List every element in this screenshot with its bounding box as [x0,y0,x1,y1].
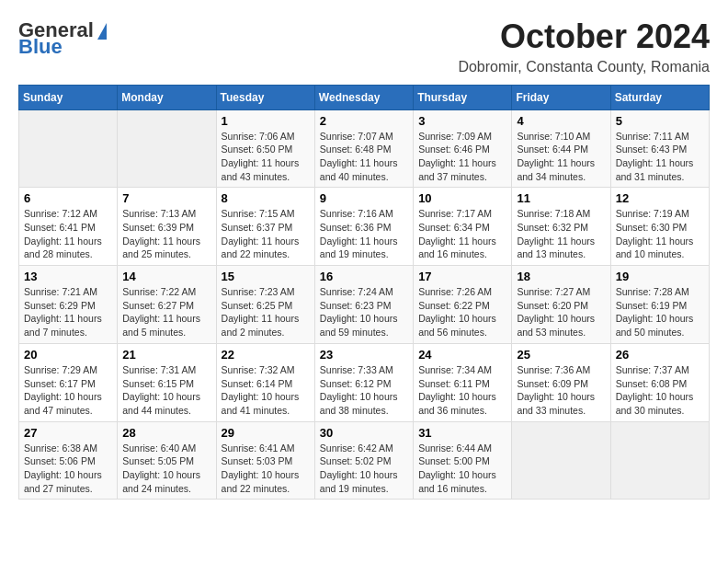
sunrise-label: Sunrise: 7:09 AM [418,131,492,142]
sunset-label: Sunset: 5:05 PM [122,455,194,466]
daylight-label: Daylight: 11 hours and 34 minutes. [517,157,595,182]
sunrise-label: Sunrise: 7:11 AM [616,131,689,142]
day-info: Sunrise: 7:29 AM Sunset: 6:17 PM Dayligh… [24,363,112,418]
daylight-label: Daylight: 11 hours and 16 minutes. [418,236,496,260]
daylight-label: Daylight: 10 hours and 24 minutes. [122,469,200,494]
sunrise-label: Sunrise: 7:33 AM [320,364,393,375]
sunset-label: Sunset: 6:44 PM [517,144,588,155]
day-number: 3 [418,114,506,128]
calendar-cell: 19 Sunrise: 7:28 AM Sunset: 6:19 PM Dayl… [610,266,709,344]
calendar-cell: 13 Sunrise: 7:21 AM Sunset: 6:29 PM Dayl… [19,266,118,344]
day-info: Sunrise: 7:34 AM Sunset: 6:11 PM Dayligh… [418,363,506,418]
calendar-cell: 28 Sunrise: 6:40 AM Sunset: 5:05 PM Dayl… [118,421,216,500]
sunrise-label: Sunrise: 7:07 AM [320,131,393,142]
week-row-4: 20 Sunrise: 7:29 AM Sunset: 6:17 PM Dayl… [19,343,710,421]
calendar-cell: 7 Sunrise: 7:13 AM Sunset: 6:39 PM Dayli… [118,188,216,266]
calendar-cell: 23 Sunrise: 7:33 AM Sunset: 6:12 PM Dayl… [314,343,413,421]
day-info: Sunrise: 6:42 AM Sunset: 5:02 PM Dayligh… [320,442,408,496]
daylight-label: Daylight: 10 hours and 59 minutes. [320,313,398,338]
column-header-wednesday: Wednesday [314,85,413,109]
sunset-label: Sunset: 6:37 PM [222,222,293,233]
column-header-tuesday: Tuesday [216,85,314,109]
day-number: 20 [24,348,112,362]
sunrise-label: Sunrise: 6:44 AM [418,442,492,454]
sunset-label: Sunset: 6:23 PM [320,300,392,311]
day-info: Sunrise: 6:38 AM Sunset: 5:06 PM Dayligh… [24,442,112,496]
day-info: Sunrise: 7:23 AM Sunset: 6:25 PM Dayligh… [222,285,310,339]
daylight-label: Daylight: 11 hours and 37 minutes. [418,157,496,182]
sunrise-label: Sunrise: 7:29 AM [24,364,97,375]
sunset-label: Sunset: 6:39 PM [122,222,194,233]
calendar-cell [610,421,709,500]
sunrise-label: Sunrise: 7:23 AM [222,286,295,297]
day-number: 4 [517,114,605,128]
calendar-cell: 26 Sunrise: 7:37 AM Sunset: 6:08 PM Dayl… [610,343,709,421]
sunset-label: Sunset: 6:41 PM [24,222,96,233]
calendar-cell: 14 Sunrise: 7:22 AM Sunset: 6:27 PM Dayl… [118,266,216,344]
sunset-label: Sunset: 6:50 PM [222,144,293,155]
sunset-label: Sunset: 6:17 PM [24,378,96,389]
sunrise-label: Sunrise: 7:17 AM [418,208,492,219]
daylight-label: Daylight: 10 hours and 38 minutes. [320,391,398,416]
logo-blue-text: Blue [18,35,63,59]
week-row-2: 6 Sunrise: 7:12 AM Sunset: 6:41 PM Dayli… [19,188,710,266]
logo: General Blue [18,18,107,59]
sunset-label: Sunset: 6:14 PM [222,378,293,389]
calendar-cell: 5 Sunrise: 7:11 AM Sunset: 6:43 PM Dayli… [610,109,709,188]
day-info: Sunrise: 7:32 AM Sunset: 6:14 PM Dayligh… [222,363,310,418]
daylight-label: Daylight: 10 hours and 50 minutes. [616,313,694,338]
daylight-label: Daylight: 11 hours and 13 minutes. [517,236,595,260]
day-info: Sunrise: 7:06 AM Sunset: 6:50 PM Dayligh… [222,130,310,184]
day-number: 15 [222,270,310,283]
day-number: 27 [24,426,112,440]
column-header-thursday: Thursday [414,85,512,109]
daylight-label: Daylight: 10 hours and 36 minutes. [418,391,496,416]
page-header: General Blue October 2024 Dobromir, Cons… [18,18,710,75]
daylight-label: Daylight: 10 hours and 30 minutes. [616,391,694,416]
daylight-label: Daylight: 10 hours and 47 minutes. [24,391,102,416]
day-info: Sunrise: 7:12 AM Sunset: 6:41 PM Dayligh… [24,207,112,261]
calendar-cell: 25 Sunrise: 7:36 AM Sunset: 6:09 PM Dayl… [512,343,610,421]
sunrise-label: Sunrise: 6:42 AM [320,442,393,454]
day-number: 9 [320,191,408,205]
day-info: Sunrise: 7:28 AM Sunset: 6:19 PM Dayligh… [616,285,704,339]
calendar-cell: 12 Sunrise: 7:19 AM Sunset: 6:30 PM Dayl… [610,188,709,266]
column-header-monday: Monday [118,85,216,109]
calendar-cell: 31 Sunrise: 6:44 AM Sunset: 5:00 PM Dayl… [414,421,512,500]
day-info: Sunrise: 7:18 AM Sunset: 6:32 PM Dayligh… [517,207,605,261]
sunrise-label: Sunrise: 7:16 AM [320,208,393,219]
calendar-cell: 17 Sunrise: 7:26 AM Sunset: 6:22 PM Dayl… [414,266,512,344]
sunrise-label: Sunrise: 7:27 AM [517,286,590,297]
calendar-cell: 18 Sunrise: 7:27 AM Sunset: 6:20 PM Dayl… [512,266,610,344]
calendar-cell: 20 Sunrise: 7:29 AM Sunset: 6:17 PM Dayl… [19,343,118,421]
day-number: 6 [24,191,112,205]
sunset-label: Sunset: 6:48 PM [320,144,392,155]
sunset-label: Sunset: 5:06 PM [24,455,96,466]
day-number: 5 [616,114,704,128]
sunset-label: Sunset: 6:15 PM [122,378,194,389]
column-header-saturday: Saturday [610,85,709,109]
calendar-header-row: SundayMondayTuesdayWednesdayThursdayFrid… [19,85,710,109]
day-info: Sunrise: 7:07 AM Sunset: 6:48 PM Dayligh… [320,130,408,184]
day-number: 10 [418,191,506,205]
sunrise-label: Sunrise: 7:22 AM [122,286,196,297]
day-number: 31 [418,426,506,440]
week-row-3: 13 Sunrise: 7:21 AM Sunset: 6:29 PM Dayl… [19,266,710,344]
sunset-label: Sunset: 6:36 PM [320,222,392,233]
daylight-label: Daylight: 10 hours and 22 minutes. [222,469,300,494]
title-block: October 2024 Dobromir, Constanta County,… [458,18,710,75]
sunrise-label: Sunrise: 7:36 AM [517,364,590,375]
day-number: 23 [320,348,408,362]
daylight-label: Daylight: 11 hours and 7 minutes. [24,313,102,338]
sunrise-label: Sunrise: 6:40 AM [122,442,196,454]
calendar-cell: 24 Sunrise: 7:34 AM Sunset: 6:11 PM Dayl… [414,343,512,421]
day-info: Sunrise: 6:41 AM Sunset: 5:03 PM Dayligh… [222,442,310,496]
sunrise-label: Sunrise: 7:24 AM [320,286,393,297]
daylight-label: Daylight: 10 hours and 41 minutes. [222,391,300,416]
daylight-label: Daylight: 11 hours and 28 minutes. [24,236,102,260]
day-number: 1 [222,114,310,128]
day-info: Sunrise: 7:24 AM Sunset: 6:23 PM Dayligh… [320,285,408,339]
sunset-label: Sunset: 6:32 PM [517,222,588,233]
daylight-label: Daylight: 11 hours and 2 minutes. [222,313,300,338]
calendar-cell: 30 Sunrise: 6:42 AM Sunset: 5:02 PM Dayl… [314,421,413,500]
